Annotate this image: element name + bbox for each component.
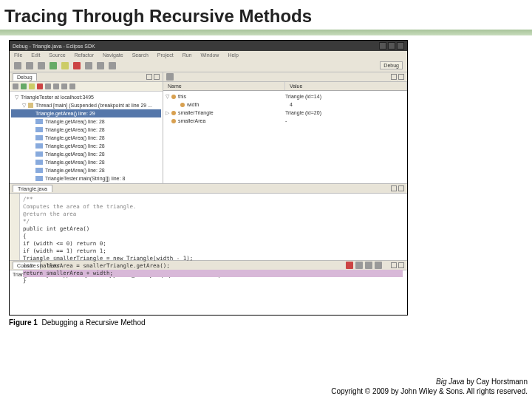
stack-frame[interactable]: ▽Thread [main] (Suspended (breakpoint at… [11, 101, 161, 109]
variables-tree[interactable]: ▽thisTriangle (id=14)width4▷smallerTrian… [163, 91, 407, 183]
book-author: by Cay Horstmann [464, 378, 528, 386]
maximize-panel-icon[interactable] [398, 185, 404, 191]
figure-number: Figure 1 [9, 318, 38, 327]
copyright-text: Copyright © 2009 by John Wiley & Sons. A… [331, 386, 528, 396]
minimize-button[interactable] [379, 42, 386, 50]
stack-frame[interactable]: TriangleTester.main(String[]) line: 8 [11, 174, 161, 183]
step-over-icon[interactable] [97, 62, 104, 69]
variables-icon [166, 73, 174, 81]
stepover-icon[interactable] [61, 83, 67, 89]
step-into-icon[interactable] [85, 62, 92, 69]
vars-tab-bar [163, 72, 407, 82]
figure-text: Debugging a Recursive Method [41, 318, 145, 327]
gutter [10, 194, 20, 260]
vars-columns: Name Value [163, 82, 407, 91]
menu-edit[interactable]: Edit [31, 52, 40, 58]
stack-frame[interactable]: ▽TriangleTester at localhost:3495 [11, 93, 161, 101]
debug-tab-bar: Debug [10, 72, 163, 82]
upper-panels: Debug ▽TriangleTester at localhost:3495▽… [10, 72, 407, 183]
stack-frame[interactable]: Triangle.getArea() line: 28 [11, 158, 161, 166]
window-title: Debug - Triangle.java - Eclipse SDK [13, 44, 95, 49]
stack-frame[interactable]: Triangle.getArea() line: 28 [11, 142, 161, 150]
maximize-button[interactable] [388, 42, 395, 50]
debug-toolbar [10, 82, 163, 92]
stack-frame[interactable]: Triangle.getArea() line: 28 [11, 166, 161, 174]
variable-row[interactable]: smallerArea- [165, 117, 406, 125]
minimize-panel-icon[interactable] [391, 74, 397, 80]
new-icon[interactable] [14, 62, 21, 69]
col-value[interactable]: Value [285, 82, 407, 90]
minimize-panel-icon[interactable] [146, 74, 152, 80]
minimize-panel-icon[interactable] [391, 185, 397, 191]
maximize-panel-icon[interactable] [398, 74, 404, 80]
stack-frame[interactable]: Triangle.getArea() line: 28 [11, 126, 161, 134]
book-title: Big Java [436, 378, 464, 386]
pause-icon[interactable] [29, 83, 35, 89]
menu-refactor[interactable]: Refactor [75, 52, 94, 58]
window-titlebar: Debug - Triangle.java - Eclipse SDK [10, 41, 407, 51]
menu-navigate[interactable]: Navigate [103, 52, 123, 58]
stack-frame[interactable]: Triangle.getArea() line: 28 [11, 117, 161, 126]
code-editor[interactable]: /** Computes the area of the triangle. @… [10, 194, 407, 260]
menubar[interactable]: File Edit Source Refactor Navigate Searc… [10, 51, 407, 59]
stop-icon[interactable] [37, 83, 43, 89]
variable-row[interactable]: width4 [165, 100, 406, 109]
variables-panel: Name Value ▽thisTriangle (id=14)width4▷s… [163, 72, 407, 183]
slide-title: Tracing Through Recursive Methods [0, 0, 532, 30]
menu-window[interactable]: Window [200, 52, 219, 58]
menu-help[interactable]: Help [228, 52, 238, 58]
terminate-icon[interactable] [73, 62, 81, 69]
editor-tab-bar: Triangle.java [10, 184, 407, 194]
close-button[interactable] [397, 42, 404, 50]
figure-caption: Figure 1 Debugging a Recursive Method [0, 316, 532, 327]
editor-panel: Triangle.java /** Computes the area of t… [10, 183, 407, 260]
stack-frame[interactable]: Triangle.getArea() line: 28 [11, 150, 161, 158]
disconnect-icon[interactable] [45, 83, 51, 89]
editor-file-tab[interactable]: Triangle.java [13, 185, 52, 192]
copyright-footer: Big Java by Cay Horstmann Copyright © 20… [331, 377, 528, 396]
ide-window: Debug - Triangle.java - Eclipse SDK File… [9, 40, 408, 316]
stack-frame[interactable]: Triangle.getArea() line: 28 [11, 134, 161, 142]
variable-row[interactable]: ▷smallerTriangleTriangle (id=20) [165, 109, 406, 117]
main-toolbar: Debug [10, 59, 407, 72]
menu-file[interactable]: File [14, 52, 22, 58]
col-name[interactable]: Name [163, 82, 285, 90]
stepout-icon[interactable] [69, 83, 75, 89]
menu-source[interactable]: Source [49, 52, 65, 58]
resume-icon[interactable] [50, 62, 57, 69]
variable-row[interactable]: ▽thisTriangle (id=14) [165, 92, 406, 100]
print-icon[interactable] [38, 62, 45, 69]
title-underline [0, 30, 532, 35]
step-return-icon[interactable] [109, 62, 116, 69]
menu-project[interactable]: Project [157, 52, 174, 58]
debug-call-stack[interactable]: ▽TriangleTester at localhost:3495▽Thread… [10, 92, 163, 183]
stepinto-icon[interactable] [53, 83, 59, 89]
debug-panel: Debug ▽TriangleTester at localhost:3495▽… [10, 72, 163, 183]
remove-icon[interactable] [13, 83, 18, 89]
stack-frame[interactable]: Triangle.getArea() line: 29 [11, 109, 161, 117]
save-icon[interactable] [26, 62, 33, 69]
perspective-button[interactable]: Debug [380, 61, 403, 69]
suspend-icon[interactable] [61, 62, 69, 69]
menu-search[interactable]: Search [132, 52, 149, 58]
debug-tab[interactable]: Debug [13, 73, 37, 81]
resume-icon[interactable] [21, 83, 27, 89]
menu-run[interactable]: Run [183, 52, 192, 58]
maximize-panel-icon[interactable] [154, 74, 160, 80]
